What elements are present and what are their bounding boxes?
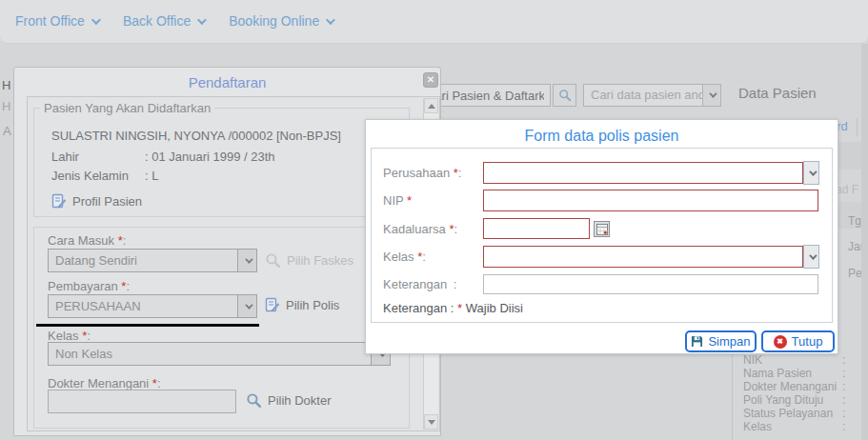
dokter-input[interactable]: [48, 390, 236, 413]
close-circle-icon: ✖: [774, 335, 787, 349]
background-text-fragment: A: [3, 124, 11, 138]
scroll-up-button[interactable]: [424, 98, 438, 113]
divider: [732, 350, 733, 440]
birth-row: Lahir : 01 Januari 1999 / 23th: [51, 150, 275, 164]
search-icon: [558, 89, 572, 102]
patient-fieldset-legend: Pasien Yang Akan Didaftarkan: [40, 101, 214, 115]
chevron-down-icon: [803, 161, 819, 185]
kelas-modal-label: Kelas *:: [383, 250, 426, 264]
menu-front-office-label: Front Office: [15, 13, 85, 29]
perusahaan-select[interactable]: [483, 162, 819, 184]
tutup-label: Tutup: [792, 334, 823, 349]
search-button[interactable]: [553, 84, 576, 107]
save-icon: [691, 335, 703, 348]
info-row: Dokter Menangani:: [743, 380, 845, 393]
kelas-value: Non Kelas: [49, 343, 390, 365]
kelas-modal-select[interactable]: [483, 246, 819, 268]
kelas-label: Kelas *:: [48, 329, 91, 343]
document-edit-icon: [51, 193, 67, 210]
gender-row: Jenis Kelamin : L: [51, 169, 158, 183]
top-menu-bar: Front Office Back Office Booking Online: [0, 0, 868, 44]
menu-booking-online[interactable]: Booking Online: [229, 13, 333, 29]
scroll-down-button[interactable]: [424, 414, 438, 430]
simpan-label: Simpan: [708, 334, 750, 349]
perusahaan-select-value: [483, 162, 803, 184]
close-icon[interactable]: ✕: [423, 72, 438, 88]
pilih-faskes-link[interactable]: Pilih Faskes: [265, 252, 353, 269]
chevron-down-icon: [237, 250, 256, 271]
profil-pasien-link[interactable]: Profil Pasien: [51, 193, 142, 210]
birth-value: : 01 Januari 1999 / 23th: [145, 150, 275, 164]
background-text-fragment: H: [2, 78, 10, 92]
calendar-icon: [596, 224, 608, 235]
chevron-down-icon: [702, 85, 720, 106]
chevron-down-icon: [197, 15, 207, 25]
entry-fieldset: Cara Masuk *: Datang Sendiri Pilih Faske…: [33, 227, 410, 429]
background-text-fragment: H: [2, 99, 10, 113]
background-text-fragment: ad F: [836, 183, 858, 196]
gender-value: : L: [145, 169, 158, 183]
patient-filter-select[interactable]: Cari data pasien anda: [583, 84, 721, 107]
kelas-modal-select-value: [483, 246, 803, 268]
pembayaran-label: Pembayaran *:: [48, 279, 130, 293]
kadaluarsa-label: Kadaluarsa *:: [383, 222, 457, 236]
chevron-down-icon: [803, 245, 819, 269]
dokter-label: Dokter Menangani *:: [48, 376, 161, 390]
pilih-dokter-label: Pilih Dokter: [268, 393, 331, 408]
patient-fieldset: Pasien Yang Akan Didaftarkan SULASTRI NI…: [33, 101, 410, 217]
info-row: Kelas:: [743, 420, 845, 433]
keterangan-input[interactable]: [483, 274, 818, 294]
document-edit-icon: [265, 297, 280, 313]
data-pasien-title: Data Pasien: [738, 85, 817, 101]
birth-label: Lahir: [51, 150, 145, 164]
dialog-title: Pendaftaran: [14, 74, 440, 90]
menu-booking-online-label: Booking Online: [229, 13, 319, 29]
gender-label: Jenis Kelamin: [51, 169, 145, 183]
chevron-down-icon: [91, 15, 101, 25]
required-footnote: Keterangan : * Wajib Diisi: [383, 301, 523, 315]
menu-back-office[interactable]: Back Office: [123, 13, 204, 29]
pilih-polis-link[interactable]: Pilih Polis: [265, 297, 339, 313]
info-row: Poli Yang Dituju:: [743, 393, 845, 407]
menu-back-office-label: Back Office: [123, 13, 191, 29]
pilih-faskes-label: Pilih Faskes: [287, 253, 353, 268]
tutup-button[interactable]: ✖ Tutup: [761, 330, 835, 352]
page-scrollbar[interactable]: [861, 44, 868, 440]
cara-masuk-select[interactable]: Datang Sendiri: [48, 249, 257, 272]
polis-form-modal: Form data polis pasien Perusahaan *: NIP…: [365, 119, 838, 354]
search-icon: [246, 392, 262, 409]
pembayaran-value: PERUSAHAAN: [49, 295, 256, 317]
info-row: Status Pelayanan:: [743, 407, 845, 420]
pembayaran-select[interactable]: PERUSAHAAN: [48, 294, 257, 318]
pilih-polis-label: Pilih Polis: [286, 298, 339, 312]
nip-label: NIP *: [383, 193, 412, 208]
background-panel: [838, 142, 861, 170]
modal-title: Form data polis pasien: [366, 128, 838, 145]
perusahaan-label: Perusahaan *:: [383, 166, 461, 180]
chevron-down-icon: [237, 295, 256, 317]
patient-name: SULASTRI NINGSIH, NYONYA /000002 [Non-BP…: [51, 129, 341, 143]
cara-masuk-label: Cara Masuk *:: [48, 233, 126, 248]
simpan-button[interactable]: Simpan: [685, 330, 757, 352]
patient-info-panel: NIK: Nama Pasien: Dokter Menangani: Poli…: [743, 353, 845, 433]
background-label-fragment: Tg: [848, 214, 861, 228]
kelas-select[interactable]: Non Kelas: [48, 342, 391, 366]
cara-masuk-value: Datang Sendiri: [49, 250, 256, 271]
kadaluarsa-input[interactable]: [483, 218, 590, 239]
triangle-up-icon: [428, 104, 435, 109]
patient-filter-value: Cari data pasien anda: [591, 88, 712, 102]
nip-input[interactable]: [483, 190, 818, 211]
info-row: NIK:: [743, 353, 845, 367]
main-menu: Front Office Back Office Booking Online: [15, 13, 333, 29]
triangle-down-icon: [428, 420, 435, 425]
pilih-dokter-link[interactable]: Pilih Dokter: [246, 392, 331, 409]
keterangan-label: Keterangan :: [383, 277, 456, 291]
profil-pasien-label: Profil Pasien: [72, 194, 142, 209]
chevron-down-icon: [326, 15, 335, 25]
calendar-picker-button[interactable]: [594, 221, 610, 237]
divider: [857, 118, 858, 136]
menu-front-office[interactable]: Front Office: [15, 13, 98, 29]
info-row: Nama Pasien:: [743, 367, 845, 380]
search-icon: [265, 252, 281, 269]
annotation-underline: [36, 324, 259, 327]
